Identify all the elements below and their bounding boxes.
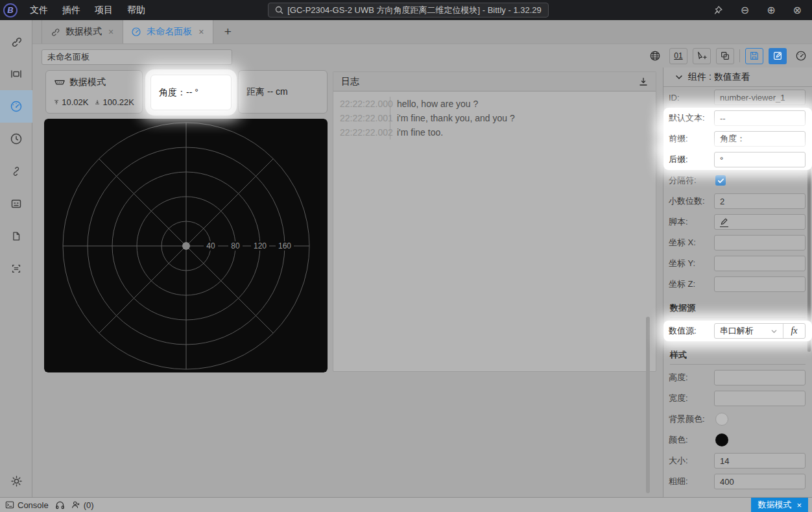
sidebar-item-dashboard[interactable] (0, 90, 32, 123)
prefix-input[interactable]: 角度： (714, 131, 806, 147)
menu-help[interactable]: 帮助 (120, 0, 152, 20)
menu-project[interactable]: 项目 (88, 0, 120, 20)
app-logo-letter: B (7, 5, 13, 15)
radar-map-widget[interactable]: 40 80 120 160 (44, 119, 328, 372)
panel-name-input[interactable]: 未命名面板 (42, 49, 232, 65)
edit-mode-button[interactable] (769, 48, 787, 64)
sidebar (0, 20, 32, 497)
menu-plugins[interactable]: 插件 (55, 0, 88, 20)
separator-checkbox[interactable] (715, 175, 726, 186)
coord-z-input[interactable] (714, 276, 806, 292)
tab-data-mode[interactable]: 数据模式 × (42, 20, 123, 43)
window-title-search[interactable]: [GC-P2304-GS-2 UWB 方向角度距离二维定位模块] - Bittl… (268, 3, 549, 18)
row-height: 高度: (663, 367, 812, 388)
maximize-icon[interactable]: ⊕ (767, 5, 775, 16)
rx-download-icon (95, 98, 100, 106)
main-scrollbar[interactable] (646, 317, 650, 493)
weight-input[interactable]: 400 (714, 474, 806, 489)
inspector-panel: 组件 : 数值查看 ID: number-viewer_1 默认文本: -- 前… (663, 67, 812, 497)
row-default-text: 默认文本: -- (663, 108, 812, 128)
sidebar-item-scan[interactable] (0, 252, 32, 285)
serial-status-widget[interactable]: 数据模式 10.02K 100.22K (45, 70, 143, 114)
sidebar-item-connections[interactable] (0, 25, 32, 58)
radar-tick-160: 160 (278, 241, 291, 250)
color-swatch[interactable] (715, 433, 728, 446)
window-controls: ⊖ ⊕ ⊗ (713, 0, 812, 20)
participants-icon (71, 500, 80, 509)
decimals-label: 小数位数: (669, 195, 714, 207)
coord-y-label: 坐标 Y: (669, 258, 714, 269)
add-tab-button[interactable]: + (213, 20, 242, 43)
console-toggle[interactable]: Console (5, 500, 49, 510)
tab-close-icon[interactable]: × (197, 27, 205, 37)
size-label: 大小: (669, 455, 714, 467)
components-button[interactable] (716, 48, 734, 64)
tab-unnamed-panel[interactable]: 未命名面板 × (123, 20, 213, 43)
row-weight: 粗细: 400 (663, 471, 812, 492)
suffix-input[interactable]: ° (714, 152, 806, 167)
row-value-source: 数值源: 串口解析 fx (663, 321, 812, 341)
tab-label: 未命名面板 (147, 26, 192, 38)
participants-counter[interactable]: (0) (71, 500, 94, 510)
log-message: hello, how are you ? (390, 99, 478, 109)
headphones-icon (55, 500, 65, 510)
radar-tick-80: 80 (231, 241, 240, 250)
save-button[interactable] (745, 48, 763, 64)
log-title: 日志 (341, 76, 359, 88)
tab-label: 数据模式 (66, 26, 102, 38)
minimize-icon[interactable]: ⊖ (741, 5, 749, 16)
tab-close-icon[interactable]: × (107, 27, 115, 37)
add-widget-button[interactable] (693, 48, 711, 64)
size-input[interactable]: 14 (714, 453, 806, 469)
angle-number-viewer-widget[interactable]: 角度：-- ° (150, 75, 232, 110)
badge-label: 数据模式 (758, 499, 791, 511)
sidebar-item-layout[interactable] (0, 58, 32, 90)
log-row: 22:22:22.001 i'm fine, thank you, and yo… (333, 111, 656, 125)
language-globe-button[interactable] (646, 48, 664, 64)
coord-y-input[interactable] (714, 256, 806, 271)
console-icon (5, 500, 14, 509)
inspector-header[interactable]: 组件 : 数值查看 (663, 67, 812, 87)
bg-color-swatch[interactable] (715, 413, 728, 426)
badge-close-icon[interactable]: × (796, 500, 802, 510)
log-timestamp: 22:22:22.001 (333, 111, 390, 125)
id-input[interactable]: number-viewer_1 (714, 90, 806, 105)
value-source-select[interactable]: 串口解析 (715, 324, 783, 338)
width-label: 宽度: (669, 393, 714, 404)
panel-toolbar: 01 (646, 47, 810, 64)
fx-expression-button[interactable]: fx (783, 324, 805, 338)
edit-pencil-icon (772, 51, 783, 61)
script-edit-button[interactable] (714, 214, 806, 230)
row-coord-x: 坐标 X: (663, 232, 812, 253)
binary-label: 01 (674, 51, 682, 60)
tx-upload-icon (54, 98, 59, 106)
sidebar-item-binding[interactable] (0, 155, 32, 188)
select-chevron-icon (770, 328, 778, 335)
coord-x-input[interactable] (714, 235, 806, 250)
decimals-input[interactable]: 2 (714, 193, 806, 209)
log-row: 22:22:22.000 hello, how are you ? (333, 97, 656, 111)
height-input[interactable] (714, 370, 806, 385)
settings-gear-icon (10, 474, 23, 488)
log-export-icon[interactable] (639, 77, 648, 86)
close-icon[interactable]: ⊗ (793, 5, 802, 16)
sidebar-settings[interactable] (0, 474, 32, 488)
frames-icon (10, 67, 23, 80)
distance-number-viewer-widget[interactable]: 距离 -- cm (238, 70, 328, 114)
listen-toggle[interactable] (55, 500, 65, 510)
data-mode-status-badge[interactable]: 数据模式 × (751, 498, 808, 512)
pin-icon[interactable] (713, 5, 723, 16)
toolbar-divider (739, 49, 740, 62)
width-input[interactable] (714, 391, 806, 406)
default-text-input[interactable]: -- (714, 110, 806, 126)
gauge-icon (131, 27, 141, 37)
sidebar-item-timer[interactable] (0, 123, 32, 155)
binary-display-button[interactable]: 01 (669, 48, 687, 64)
clock-icon (10, 132, 23, 145)
sidebar-item-document[interactable] (0, 220, 32, 252)
section-data-source: 数据源 (663, 295, 812, 321)
menu-file[interactable]: 文件 (23, 0, 55, 20)
dashboard-mode-button[interactable] (792, 48, 810, 64)
row-separator: 分隔符: (663, 170, 812, 191)
sidebar-item-terminal[interactable] (0, 188, 32, 220)
